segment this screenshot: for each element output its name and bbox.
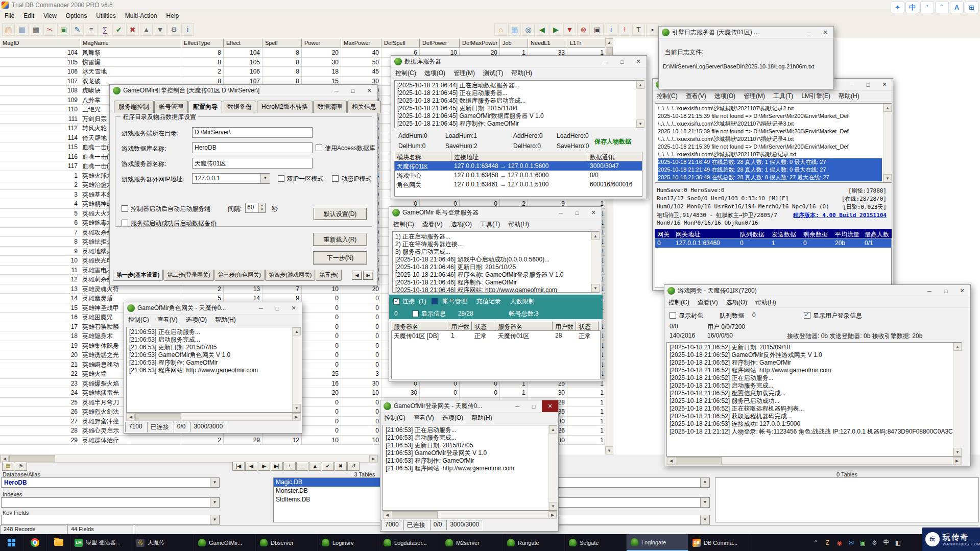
tab[interactable]: 数据备份 <box>223 101 256 113</box>
scroll-thumb[interactable] <box>9 455 55 462</box>
maximize-button[interactable]: □ <box>525 400 542 412</box>
scroll-down-icon[interactable]: ▼ <box>293 404 301 412</box>
scroll-down-icon[interactable]: ▼ <box>636 119 644 128</box>
scroll-right-icon[interactable]: ▶ <box>292 413 300 420</box>
minimize-button[interactable]: ─ <box>553 207 569 219</box>
minimize-button[interactable]: ─ <box>328 85 345 97</box>
indexes-combo[interactable]: ▼ <box>1 497 220 508</box>
save-players-button[interactable]: 保存人物数据 <box>594 137 631 146</box>
toolbar-icon[interactable]: ⌂ <box>494 23 507 36</box>
log-horizontal-scrollbar[interactable]: ◀▶ <box>383 511 557 519</box>
tab-scroll-left-icon[interactable]: ◀ <box>352 271 362 280</box>
menu-item[interactable]: 控制(C) <box>389 219 418 230</box>
interval-stepper[interactable]: 60▲▼ <box>245 203 266 213</box>
step-tab[interactable]: 第三步(角色网关) <box>214 270 265 281</box>
toolbar-icon[interactable]: T <box>632 23 645 36</box>
maximize-button[interactable]: □ <box>860 79 876 90</box>
login-gate-titlebar[interactable]: GameOfMir登录网关 - 天魔传0... ─□✕ <box>380 400 558 413</box>
toolbar-icon[interactable]: ▦ <box>508 23 521 36</box>
minimize-button[interactable]: ─ <box>509 400 525 412</box>
menu-item[interactable]: Multi-Action <box>121 11 162 21</box>
recharge-records-button[interactable]: 充值记录 <box>476 297 501 306</box>
reload-button[interactable]: 重新载入(R) <box>313 233 367 246</box>
menu-item[interactable]: 帮助(H) <box>834 91 864 102</box>
toolbar-icon[interactable]: ⚙ <box>168 23 180 36</box>
grid-column-header[interactable]: DefPower <box>420 38 460 48</box>
minimize-button[interactable]: ─ <box>253 302 269 314</box>
scroll-down-icon[interactable]: ▼ <box>883 174 892 182</box>
ime-icon[interactable]: A <box>950 2 964 13</box>
scroll-thumb[interactable] <box>135 413 181 420</box>
maximize-button[interactable]: □ <box>569 207 585 219</box>
menu-item[interactable]: 选项(O) <box>722 297 751 308</box>
menu-item[interactable]: Help <box>162 11 184 21</box>
close-button[interactable]: ✕ <box>542 400 558 412</box>
menu-item[interactable]: 工具(T) <box>769 91 797 102</box>
game-gate-log[interactable]: [2025-10-18 21:06:52] 更新日期: 2015/09/18[2… <box>666 342 962 457</box>
access-db-checkbox[interactable]: 使用Access数据库 <box>316 144 375 153</box>
scroll-right-icon[interactable]: ▶ <box>369 455 377 462</box>
menu-item[interactable]: 查看(V) <box>418 219 447 230</box>
stepper-arrows-icon[interactable]: ▲▼ <box>258 203 265 212</box>
taskbar-item-tianmochuan[interactable]: 传天魔传 <box>132 534 194 551</box>
close-button[interactable]: ✕ <box>954 285 970 297</box>
log-scrollbar[interactable]: ▲▼ <box>292 327 301 412</box>
log-scrollbar[interactable]: ▲▼ <box>591 232 600 292</box>
log-scrollbar[interactable]: ▲▼ <box>636 81 644 128</box>
show-packet-checkbox[interactable]: 显示封包 <box>670 312 703 320</box>
table-row[interactable]: 0 127.0.0.1:63460 0 1 0 20b 0/1 <box>655 238 891 248</box>
toolbar-icon[interactable]: ▼ <box>563 23 576 36</box>
menu-item[interactable]: 控制(C) <box>124 315 153 325</box>
menu-item[interactable]: 选项(O) <box>710 91 739 102</box>
grid-column-header[interactable]: Spell <box>262 38 302 48</box>
toolbar-icon[interactable]: ✖ <box>126 23 139 36</box>
menu-item[interactable]: 控制(C) <box>664 297 694 308</box>
scroll-up-icon[interactable]: ▲ <box>549 425 557 434</box>
tray-icon[interactable]: ✉ <box>846 537 856 548</box>
step-tab[interactable]: 第二步(登录网关) <box>163 270 213 281</box>
grid-row[interactable]: 24英雄地狱雷光62410201030001301 <box>0 388 605 398</box>
scroll-right-icon[interactable]: ▶ <box>548 511 557 518</box>
menu-item[interactable]: 工具(T) <box>476 219 504 230</box>
close-button[interactable]: ✕ <box>285 302 302 314</box>
chevron-down-icon[interactable]: ▼ <box>700 515 709 524</box>
grid-column-header[interactable]: L1Tr <box>567 38 605 48</box>
scroll-left-icon[interactable]: ◀ <box>127 413 135 420</box>
role-gate-titlebar[interactable]: GameOfMir角色网关 - 天魔传0... ─□✕ <box>124 302 302 315</box>
navigator-button[interactable]: ▶ <box>258 462 270 471</box>
maximize-button[interactable]: □ <box>938 285 954 297</box>
taskbar-item-rungate[interactable]: Rungate <box>503 534 565 551</box>
close-button[interactable]: ✕ <box>876 79 893 90</box>
tray-icon[interactable]: 中 <box>881 537 892 548</box>
toolbar-icon[interactable]: i <box>605 23 617 36</box>
right-tables-list[interactable] <box>715 477 979 522</box>
menu-item[interactable]: 管理(M) <box>739 91 769 102</box>
tab[interactable]: 服务端控制 <box>114 101 154 113</box>
tray-icon[interactable]: ▣ <box>857 537 868 548</box>
account-manage-button[interactable]: 帐号管理 <box>443 297 467 306</box>
right-indexes-combo[interactable]: ▼ <box>558 497 710 508</box>
tool-icon[interactable]: ▦ <box>2 462 14 471</box>
scroll-down-icon[interactable]: ▼ <box>605 446 613 454</box>
taskbar-item-chrome[interactable] <box>23 534 47 551</box>
toolbar-icon[interactable]: ▣ <box>57 23 70 36</box>
menu-item[interactable]: 控制(C) <box>653 91 682 102</box>
log-horizontal-scrollbar[interactable]: ◀▶ <box>666 457 962 465</box>
db-name-input[interactable]: HeroDB <box>192 142 313 153</box>
ime-icon[interactable]: ’ <box>920 2 934 13</box>
login-server-titlebar[interactable]: GameOfMir 帐号登录服务器 ─□✕ <box>389 207 602 219</box>
show-login-checkbox[interactable]: 显示用户登录信息 <box>804 312 862 320</box>
menu-item[interactable]: File <box>0 11 19 21</box>
chevron-down-icon[interactable]: ▼ <box>210 478 219 487</box>
tab[interactable]: 帐号管理 <box>154 101 188 113</box>
close-button[interactable]: ✕ <box>630 56 647 67</box>
scroll-up-icon[interactable]: ▲ <box>953 343 962 351</box>
log-horizontal-scrollbar[interactable]: ◀▶ <box>126 413 301 421</box>
menu-item[interactable]: Utilities <box>91 11 121 21</box>
role-gate-log[interactable]: [21:06:53] 正在启动服务...[21:06:53] 启动服务完成...… <box>126 327 301 413</box>
table-row[interactable]: 角色网关 127.0.0.1:63461 → 127.0.0.1:5100 60… <box>395 180 642 190</box>
scroll-down-icon[interactable]: ▼ <box>591 284 600 292</box>
navigator-button[interactable]: + <box>283 462 296 471</box>
server-dir-input[interactable]: D:\MirServer\ <box>192 127 313 138</box>
menu-item[interactable]: Options <box>61 11 91 21</box>
